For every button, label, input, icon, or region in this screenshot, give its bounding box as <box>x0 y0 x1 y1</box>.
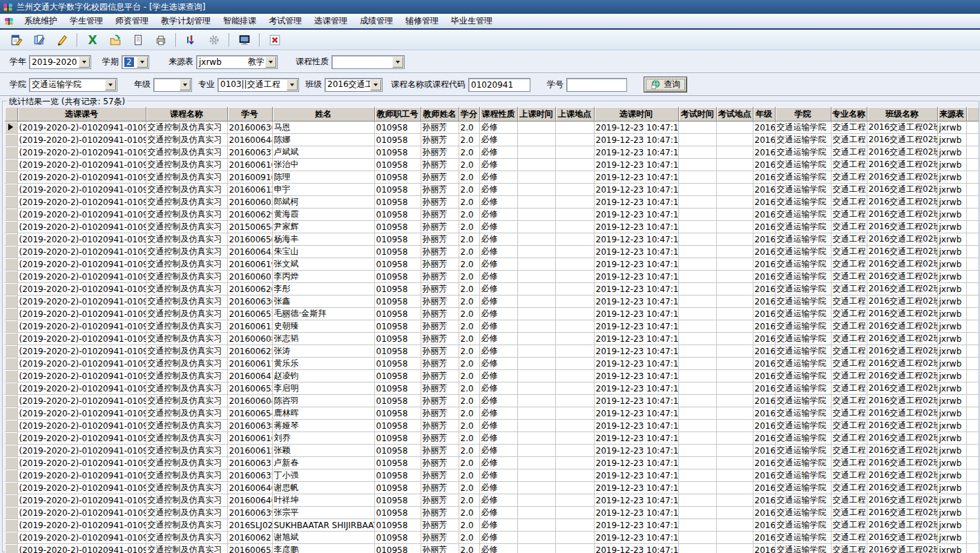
cell-grade[interactable]: 2016 <box>753 308 775 320</box>
cell-course-no[interactable]: (2019-2020-2)-01020941-010958-1 <box>17 469 146 482</box>
cell-course-no[interactable]: (2019-2020-2)-01020941-010958-1 <box>17 395 146 407</box>
row-selector[interactable] <box>5 382 17 395</box>
cell-course-name[interactable]: 交通控制及仿真实习 <box>146 507 227 519</box>
cell-class-place[interactable] <box>555 258 594 271</box>
cell-grade[interactable]: 2016 <box>753 196 775 208</box>
cell-course-no[interactable]: (2019-2020-2)-01020941-010958-1 <box>17 122 146 134</box>
cell-class-time[interactable] <box>517 407 555 420</box>
cell-student-name[interactable]: 张涛 <box>272 345 374 358</box>
cell-college[interactable]: 交通运输学院 <box>775 221 831 233</box>
cell-course-name[interactable]: 交通控制及仿真实习 <box>146 146 227 159</box>
cell-student-id[interactable]: 201600617 <box>227 358 272 370</box>
cell-exam-time[interactable] <box>678 333 716 345</box>
menu-item-1[interactable]: 学生管理 <box>64 14 109 27</box>
cell-course-name[interactable]: 交通控制及仿真实习 <box>146 208 227 221</box>
cell-credit[interactable]: 2.0 <box>459 382 479 395</box>
cell-source-table[interactable]: jxrwb <box>937 333 966 345</box>
cell-teacher-name[interactable]: 孙丽芳 <box>421 420 459 432</box>
chevron-down-icon[interactable] <box>370 79 381 90</box>
cell-major[interactable]: 交通工程 <box>831 544 867 553</box>
cell-college[interactable]: 交通运输学院 <box>775 308 831 320</box>
cell-course-no[interactable]: (2019-2020-2)-01020941-010958-1 <box>17 507 146 519</box>
cell-class-name[interactable]: 2016交通工程02班 <box>867 432 937 445</box>
cell-select-time[interactable]: 2019-12-23 10:47:14 <box>594 171 678 184</box>
cell-select-time[interactable]: 2019-12-23 10:47:14 <box>594 519 678 532</box>
cell-student-id[interactable]: 201600910 <box>227 171 272 184</box>
cell-student-name[interactable]: 郎斌柯 <box>272 196 374 208</box>
cell-class-name[interactable]: 2016交通工程02班 <box>867 159 937 171</box>
cell-student-name[interactable]: 卢新春 <box>272 457 374 469</box>
cell-student-id[interactable]: 201600630 <box>227 295 272 308</box>
course-code-input[interactable] <box>468 78 530 92</box>
cell-grade[interactable]: 2016 <box>753 271 775 283</box>
cell-student-id[interactable]: 201600635 <box>227 469 272 482</box>
cell-course-no[interactable]: (2019-2020-2)-01020941-010958-1 <box>17 134 146 146</box>
cell-course-name[interactable]: 交通控制及仿真实习 <box>146 420 227 432</box>
cell-student-id[interactable]: 201600638 <box>227 420 272 432</box>
cell-student-id[interactable]: 201600654 <box>227 407 272 420</box>
grade-combo[interactable] <box>153 78 192 92</box>
cell-class-name[interactable]: 2016交通工程02班 <box>867 320 937 333</box>
cell-teacher-name[interactable]: 孙丽芳 <box>421 308 459 320</box>
cell-teacher-id[interactable]: 010958 <box>374 233 421 246</box>
cell-college[interactable]: 交通运输学院 <box>775 469 831 482</box>
chevron-down-icon[interactable] <box>180 79 191 90</box>
cell-teacher-name[interactable]: 孙丽芳 <box>421 295 459 308</box>
row-selector[interactable] <box>5 469 17 482</box>
cell-credit[interactable]: 2.0 <box>459 208 479 221</box>
cell-course-no[interactable]: (2019-2020-2)-01020941-010958-1 <box>17 159 146 171</box>
cell-select-time[interactable]: 2019-12-23 10:47:14 <box>594 308 678 320</box>
cell-course-name[interactable]: 交通控制及仿真实习 <box>146 432 227 445</box>
cell-class-place[interactable] <box>555 196 594 208</box>
cell-exam-time[interactable] <box>678 171 716 184</box>
cell-student-name[interactable]: 丁小强 <box>272 469 374 482</box>
cell-exam-time[interactable] <box>678 532 716 544</box>
cell-class-time[interactable] <box>517 283 555 295</box>
cell-grade[interactable]: 2016 <box>753 159 775 171</box>
cell-source-table[interactable]: jxrwb <box>937 358 966 370</box>
cell-teacher-id[interactable]: 010958 <box>374 333 421 345</box>
chevron-down-icon[interactable] <box>392 57 403 68</box>
cell-course-type[interactable]: 必修 <box>479 494 517 507</box>
cell-select-time[interactable]: 2019-12-23 10:47:14 <box>594 258 678 271</box>
cell-course-no[interactable]: (2019-2020-2)-01020941-010958-1 <box>17 308 146 320</box>
cell-credit[interactable]: 2.0 <box>459 221 479 233</box>
cell-student-id[interactable]: 201600619 <box>227 258 272 271</box>
cell-source-table[interactable]: jxrwb <box>937 221 966 233</box>
cell-teacher-id[interactable]: 010958 <box>374 469 421 482</box>
cell-teacher-name[interactable]: 孙丽芳 <box>421 208 459 221</box>
cell-student-name[interactable]: 李彤 <box>272 283 374 295</box>
cell-exam-time[interactable] <box>678 196 716 208</box>
cell-student-name[interactable]: 赵凌钧 <box>272 370 374 382</box>
cell-exam-place[interactable] <box>716 184 753 196</box>
cell-credit[interactable]: 2.0 <box>459 122 479 134</box>
row-selector[interactable] <box>5 196 17 208</box>
cell-college[interactable]: 交通运输学院 <box>775 382 831 395</box>
cell-teacher-name[interactable]: 孙丽芳 <box>421 159 459 171</box>
new-record-icon[interactable] <box>7 31 26 49</box>
cell-major[interactable]: 交通工程 <box>831 457 867 469</box>
cell-class-place[interactable] <box>555 345 594 358</box>
cell-course-type[interactable]: 必修 <box>479 532 517 544</box>
report-icon[interactable] <box>128 31 148 49</box>
cell-college[interactable]: 交通运输学院 <box>775 184 831 196</box>
cell-exam-time[interactable] <box>678 345 716 358</box>
cell-class-name[interactable]: 2016交通工程02班 <box>867 258 937 271</box>
cell-credit[interactable]: 2.0 <box>459 432 479 445</box>
cell-class-name[interactable]: 2016交通工程02班 <box>867 171 937 184</box>
cell-course-no[interactable]: (2019-2020-2)-01020941-010958-1 <box>17 295 146 308</box>
cell-teacher-id[interactable]: 010958 <box>374 184 421 196</box>
cell-teacher-name[interactable]: 孙丽芳 <box>421 345 459 358</box>
cell-select-time[interactable]: 2019-12-23 10:47:14 <box>594 544 678 553</box>
cell-exam-place[interactable] <box>716 221 753 233</box>
cell-exam-place[interactable] <box>716 308 753 320</box>
cell-student-name[interactable]: 鹿林晖 <box>272 407 374 420</box>
cell-select-time[interactable]: 2019-12-23 10:47:14 <box>594 445 678 457</box>
col-header-major[interactable]: 专业名称 <box>831 107 867 122</box>
cell-class-name[interactable]: 2016交通工程02班 <box>867 395 937 407</box>
cell-college[interactable]: 交通运输学院 <box>775 494 831 507</box>
cell-major[interactable]: 交通工程 <box>831 134 867 146</box>
row-selector[interactable] <box>5 208 17 221</box>
cell-college[interactable]: 交通运输学院 <box>775 445 831 457</box>
cell-major[interactable]: 交通工程 <box>831 184 867 196</box>
